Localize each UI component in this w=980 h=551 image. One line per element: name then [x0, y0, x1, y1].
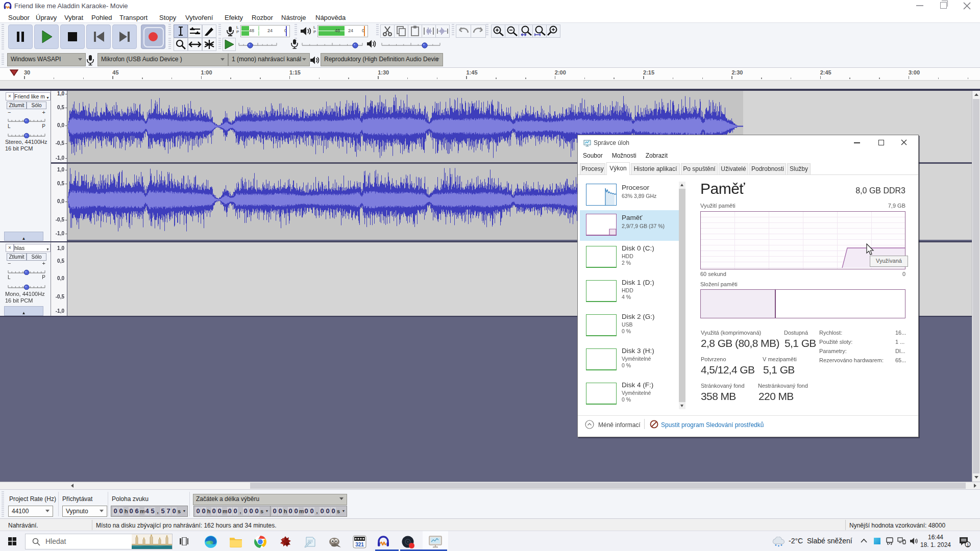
svg-text:1: 1	[967, 542, 969, 547]
svg-text:321: 321	[355, 542, 364, 547]
